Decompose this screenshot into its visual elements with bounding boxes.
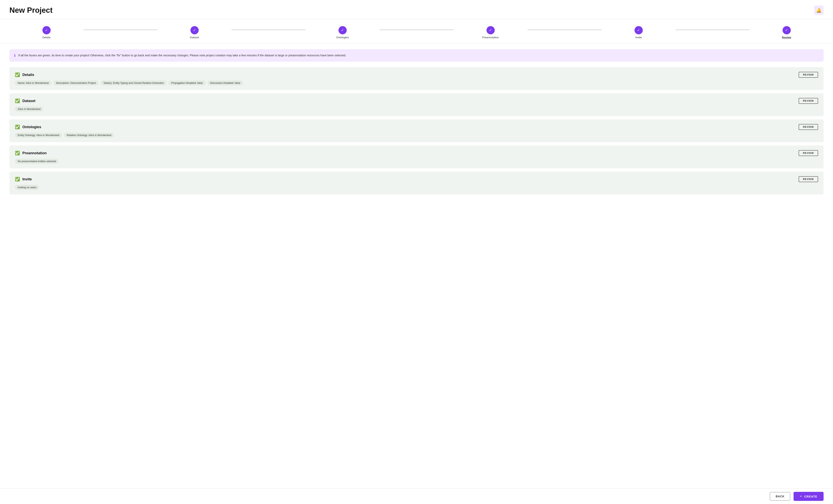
section-preannotation-header: ✅ Preannotation REVIEW <box>15 150 818 156</box>
section-dataset-title-row: ✅ Dataset <box>15 98 35 103</box>
check-icon: ✓ <box>341 28 344 32</box>
section-invite-title: Invite <box>22 177 32 181</box>
create-button[interactable]: + CREATE <box>793 492 824 501</box>
footer: BACK + CREATE <box>0 488 833 504</box>
check-icon: ✓ <box>193 28 196 32</box>
step-ontologies: ✓ Ontologies <box>306 26 380 39</box>
section-preannotation: ✅ Preannotation REVIEW No preannotated e… <box>9 145 824 168</box>
step-circle-invite: ✓ <box>635 26 643 34</box>
section-preannotation-title: Preannotation <box>22 151 47 155</box>
section-details-header: ✅ Details REVIEW <box>15 72 818 78</box>
tag-propagation: Propagation Disabled: false <box>168 80 205 86</box>
tag-tasks: Task(s): Entity Typing and Closed Relati… <box>100 80 166 86</box>
section-details: ✅ Details REVIEW Name: Alice in Wonderla… <box>9 67 824 90</box>
tag-discussion: Discussion Disabled: false <box>208 80 243 86</box>
step-details: ✓ Details <box>9 26 84 39</box>
step-connector-2 <box>232 30 306 30</box>
step-label-preannotation: Preannotation <box>482 36 499 39</box>
step-label-review: Review <box>782 36 791 39</box>
step-label-dataset: Dataset <box>190 36 199 39</box>
step-circle-ontologies: ✓ <box>338 26 347 34</box>
section-preannotation-title-row: ✅ Preannotation <box>15 151 47 155</box>
tag-no-preannotation: No preannotated entities selected <box>15 159 59 164</box>
step-connector-5 <box>675 30 749 30</box>
sections-container: ✅ Details REVIEW Name: Alice in Wonderla… <box>0 62 833 210</box>
section-invite: ✅ Invite REVIEW Inviting no users <box>9 171 824 194</box>
review-details-button[interactable]: REVIEW <box>799 72 818 78</box>
bell-icon: 🔔 <box>816 8 822 13</box>
section-invite-tags: Inviting no users <box>15 185 818 190</box>
section-invite-title-row: ✅ Invite <box>15 177 32 182</box>
section-ontologies: ✅ Ontologies REVIEW Entity Ontology: Ali… <box>9 119 824 142</box>
page-title: New Project <box>9 6 53 15</box>
step-circle-review: ✓ <box>783 26 791 34</box>
section-ontologies-tags: Entity Ontology: Alice in Wonderland Rel… <box>15 133 818 138</box>
check-icon: ✓ <box>489 28 492 32</box>
section-ontologies-check-icon: ✅ <box>15 125 20 129</box>
review-invite-button[interactable]: REVIEW <box>799 176 818 182</box>
section-preannotation-check-icon: ✅ <box>15 151 20 155</box>
section-dataset-header: ✅ Dataset REVIEW <box>15 98 818 104</box>
review-ontologies-button[interactable]: REVIEW <box>799 124 818 130</box>
step-connector-4 <box>527 30 601 30</box>
step-connector-3 <box>380 30 453 30</box>
stepper-inner: ✓ Details ✓ Dataset ✓ Ontologies ✓ Prean… <box>9 26 824 39</box>
section-details-title-row: ✅ Details <box>15 72 34 77</box>
back-button[interactable]: BACK <box>770 492 790 501</box>
notification-button[interactable]: 🔔 <box>814 5 824 15</box>
check-icon: ✓ <box>637 28 640 32</box>
step-invite: ✓ Invite <box>601 26 675 39</box>
tag-dataset-name: Alice in Wonderland <box>15 106 43 112</box>
create-plus-icon: + <box>800 494 802 499</box>
step-circle-preannotation: ✓ <box>486 26 495 34</box>
section-ontologies-title-row: ✅ Ontologies <box>15 125 41 129</box>
tag-entity-ontology: Entity Ontology: Alice in Wonderland <box>15 133 62 138</box>
tag-inviting-no-users: Inviting no users <box>15 185 39 190</box>
check-icon: ✓ <box>45 28 48 32</box>
info-icon: ℹ <box>14 54 16 58</box>
section-dataset: ✅ Dataset REVIEW Alice in Wonderland <box>9 93 824 116</box>
step-preannotation: ✓ Preannotation <box>453 26 527 39</box>
tag-name: Name: Alice in Wonderland <box>15 80 51 86</box>
step-review: ✓ Review <box>749 26 824 39</box>
review-preannotation-button[interactable]: REVIEW <box>799 150 818 156</box>
section-dataset-tags: Alice in Wonderland <box>15 106 818 112</box>
step-dataset: ✓ Dataset <box>158 26 232 39</box>
section-dataset-title: Dataset <box>22 99 35 103</box>
section-ontologies-header: ✅ Ontologies REVIEW <box>15 124 818 130</box>
step-label-details: Details <box>42 36 51 39</box>
step-label-ontologies: Ontologies <box>336 36 349 39</box>
section-invite-header: ✅ Invite REVIEW <box>15 176 818 182</box>
create-label: CREATE <box>804 495 817 498</box>
step-connector-1 <box>84 30 158 30</box>
section-preannotation-tags: No preannotated entities selected <box>15 159 818 164</box>
step-label-invite: Invite <box>635 36 642 39</box>
tag-description: Description: Demonstration Project <box>53 80 99 86</box>
page-header: New Project 🔔 <box>0 0 833 19</box>
review-dataset-button[interactable]: REVIEW <box>799 98 818 104</box>
section-details-check-icon: ✅ <box>15 72 20 77</box>
section-invite-check-icon: ✅ <box>15 177 20 182</box>
check-icon: ✓ <box>785 28 788 32</box>
step-circle-details: ✓ <box>42 26 51 34</box>
section-dataset-check-icon: ✅ <box>15 98 20 103</box>
section-ontologies-title: Ontologies <box>22 125 41 129</box>
info-banner-text: If all the boxes are green, its time to … <box>18 53 346 57</box>
stepper: ✓ Details ✓ Dataset ✓ Ontologies ✓ Prean… <box>0 19 833 44</box>
step-circle-dataset: ✓ <box>190 26 199 34</box>
info-banner: ℹ If all the boxes are green, its time t… <box>9 49 824 62</box>
section-details-title: Details <box>22 73 34 77</box>
section-details-tags: Name: Alice in Wonderland Description: D… <box>15 80 818 86</box>
tag-relation-ontology: Relation Ontology: Alice in Wonderland <box>64 133 114 138</box>
